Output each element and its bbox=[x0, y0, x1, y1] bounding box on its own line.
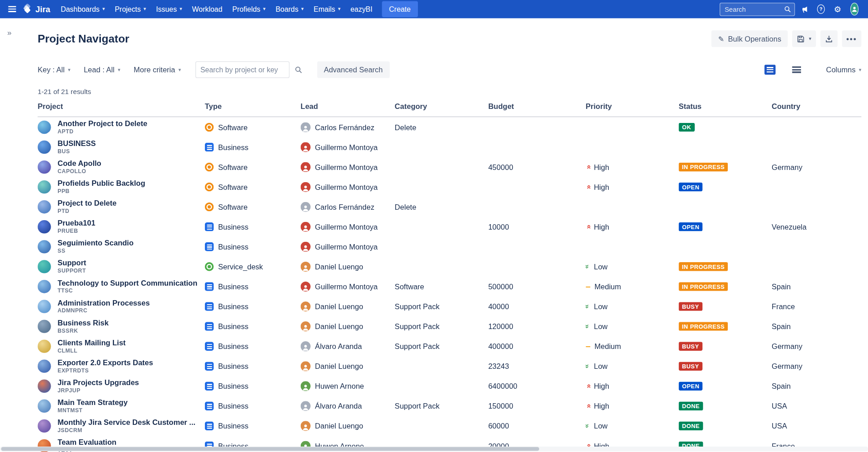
priority-icon: » bbox=[586, 364, 592, 368]
gear-icon[interactable]: ⚙ bbox=[830, 3, 845, 16]
project-name[interactable]: Technology to Support Communication bbox=[57, 279, 197, 287]
navbar-item-boards[interactable]: Boards ▾ bbox=[270, 2, 308, 17]
lead-filter-dropdown[interactable]: Lead : All ▾ bbox=[84, 66, 120, 74]
table-row[interactable]: Administration Processes ADMNPRC Busines… bbox=[38, 297, 861, 316]
priority-label: Medium bbox=[594, 342, 621, 350]
chevron-down-icon: ▾ bbox=[859, 67, 862, 72]
column-header-status[interactable]: Status bbox=[678, 102, 772, 110]
project-name[interactable]: Profields Public Backlog bbox=[57, 179, 145, 188]
category-value: Delete bbox=[395, 203, 489, 211]
project-name[interactable]: BUSINESS bbox=[57, 140, 95, 148]
navbar-search[interactable] bbox=[720, 3, 795, 16]
column-header-country[interactable]: Country bbox=[772, 102, 861, 110]
navbar-item-issues[interactable]: Issues ▾ bbox=[151, 2, 187, 17]
priority-label: High bbox=[594, 183, 609, 191]
project-name[interactable]: Support bbox=[57, 259, 86, 268]
project-name[interactable]: Monthly Jira Service Desk Customer ... bbox=[57, 419, 195, 427]
project-type-icon bbox=[205, 302, 214, 311]
table-row[interactable]: Seguimiento Scandio SS Business Guillerm… bbox=[38, 237, 861, 257]
top-navbar: Jira Dashboards ▾ Projects ▾ Issues ▾ Wo… bbox=[0, 0, 868, 18]
table-row[interactable]: Clients Mailing List CLMLL Business Álva… bbox=[38, 336, 861, 356]
project-type: Business bbox=[218, 282, 248, 291]
search-icon-button[interactable] bbox=[290, 62, 306, 77]
column-header-budget[interactable]: Budget bbox=[488, 102, 585, 110]
columns-dropdown[interactable]: Columns ▾ bbox=[826, 66, 861, 74]
more-criteria-dropdown[interactable]: More criteria ▾ bbox=[133, 66, 181, 74]
table-row[interactable]: BUSINESS BUS Business Guillermo Montoya bbox=[38, 137, 861, 157]
project-name[interactable]: Exporter 2.0 Exports Dates bbox=[57, 359, 153, 367]
table-row[interactable]: Jira Projects Upgrades JRPJUP Business H… bbox=[38, 376, 861, 396]
horizontal-scrollbar[interactable] bbox=[0, 447, 868, 452]
navbar-item-emails[interactable]: Emails ▾ bbox=[308, 2, 345, 17]
navbar-item-eazybi[interactable]: eazyBI bbox=[346, 2, 378, 17]
create-button[interactable]: Create bbox=[382, 1, 418, 17]
table-row[interactable]: Code Apollo CAPOLLO Software Guillermo M… bbox=[38, 157, 861, 177]
project-avatar bbox=[38, 220, 51, 233]
expand-sidebar-icon[interactable]: » bbox=[4, 28, 15, 38]
chevron-down-icon: ▾ bbox=[809, 36, 811, 41]
category-value: Support Pack bbox=[395, 322, 489, 330]
project-key: MNTMST bbox=[57, 407, 128, 414]
project-search-input[interactable] bbox=[195, 61, 289, 78]
project-name[interactable]: Business Risk bbox=[57, 319, 109, 328]
column-header-lead[interactable]: Lead bbox=[301, 102, 395, 110]
key-filter-dropdown[interactable]: Key : All ▾ bbox=[38, 66, 71, 74]
navbar-item-projects[interactable]: Projects ▾ bbox=[110, 2, 151, 17]
lead-avatar bbox=[301, 361, 311, 371]
table-row[interactable]: Exporter 2.0 Exports Dates EXPTRDTS Busi… bbox=[38, 356, 861, 376]
project-name[interactable]: Prueba101 bbox=[57, 219, 95, 228]
project-type: Business bbox=[218, 302, 248, 311]
column-header-priority[interactable]: Priority bbox=[586, 102, 679, 110]
project-name[interactable]: Main Team Strategy bbox=[57, 399, 128, 407]
priority-icon: » bbox=[586, 225, 592, 229]
table-body: Another Project to Delete APTD Software … bbox=[38, 117, 861, 452]
column-header-type[interactable]: Type bbox=[205, 102, 301, 110]
table-row[interactable]: Another Project to Delete APTD Software … bbox=[38, 117, 861, 137]
bulk-operations-button[interactable]: ✎ Bulk Operations bbox=[711, 30, 788, 47]
column-header-project[interactable]: Project bbox=[38, 102, 205, 110]
table-row[interactable]: Prueba101 PRUEB Business Guillermo Monto… bbox=[38, 217, 861, 237]
project-name[interactable]: Project to Delete bbox=[57, 199, 116, 208]
project-name[interactable]: Another Project to Delete bbox=[57, 120, 147, 128]
project-name[interactable]: Clients Mailing List bbox=[57, 339, 126, 348]
list-view-toggle-active[interactable] bbox=[763, 63, 778, 76]
user-avatar[interactable] bbox=[847, 3, 861, 16]
project-name[interactable]: Code Apollo bbox=[57, 160, 101, 168]
project-name[interactable]: Team Evaluation bbox=[57, 438, 116, 447]
table-row[interactable]: Technology to Support Communication TTSC… bbox=[38, 277, 861, 297]
column-header-category[interactable]: Category bbox=[395, 102, 489, 110]
priority-icon: » bbox=[586, 424, 592, 428]
navbar-item-workload[interactable]: Workload bbox=[187, 2, 228, 17]
more-options-button[interactable]: ••• bbox=[842, 30, 861, 47]
navbar-item-profields[interactable]: Profields ▾ bbox=[228, 2, 271, 17]
project-type-icon bbox=[205, 322, 214, 331]
detail-view-toggle[interactable] bbox=[789, 63, 804, 76]
advanced-search-button[interactable]: Advanced Search bbox=[317, 61, 389, 78]
table-row[interactable]: Business Risk BSSRK Business Daniel Luen… bbox=[38, 316, 861, 336]
project-name[interactable]: Jira Projects Upgrades bbox=[57, 379, 139, 387]
scrollbar-thumb[interactable] bbox=[1, 447, 539, 451]
table-row[interactable]: Support SUPPORT Service_desk Daniel Luen… bbox=[38, 257, 861, 277]
detail-view-icon bbox=[792, 66, 802, 73]
project-key: JRPJUP bbox=[57, 387, 139, 394]
feedback-megaphone-icon[interactable] bbox=[797, 3, 811, 16]
help-icon[interactable]: ? bbox=[814, 3, 828, 16]
navbar-search-input[interactable] bbox=[724, 5, 782, 14]
category-value: Support Pack bbox=[395, 302, 489, 311]
table-row[interactable]: Profields Public Backlog PPB Software Gu… bbox=[38, 177, 861, 197]
chevron-down-icon: ▾ bbox=[143, 7, 146, 12]
hamburger-menu-icon[interactable] bbox=[5, 3, 20, 16]
project-name[interactable]: Seguimiento Scandio bbox=[57, 239, 133, 248]
table-row[interactable]: Project to Delete PTD Software Carlos Fe… bbox=[38, 197, 861, 217]
export-button[interactable] bbox=[820, 30, 837, 47]
budget-value: 40000 bbox=[488, 302, 585, 311]
project-name[interactable]: Administration Processes bbox=[57, 299, 150, 307]
lead-avatar bbox=[301, 122, 311, 132]
save-view-button[interactable]: ▾ bbox=[792, 30, 816, 47]
project-key: CLMLL bbox=[57, 348, 126, 354]
navbar-item-dashboards[interactable]: Dashboards ▾ bbox=[56, 2, 109, 17]
table-row[interactable]: Monthly Jira Service Desk Customer ... J… bbox=[38, 416, 861, 436]
lead-name: Álvaro Aranda bbox=[315, 402, 362, 410]
jira-logo[interactable]: Jira bbox=[21, 4, 55, 14]
table-row[interactable]: Main Team Strategy MNTMST Business Álvar… bbox=[38, 396, 861, 416]
